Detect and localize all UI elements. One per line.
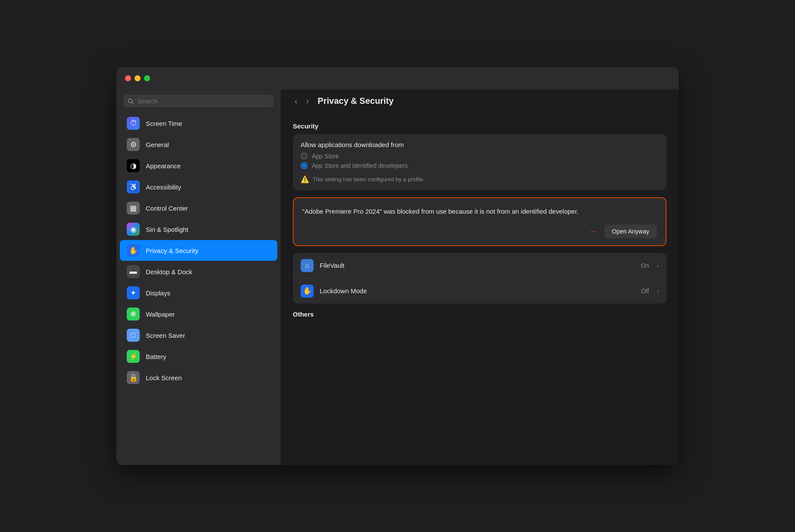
main-content-panel: ‹ › Privacy & Security Security Allow ap… [281,90,679,465]
siri-icon: ◉ [127,223,140,236]
radio-option-app-store[interactable]: App Store [301,153,659,160]
arrow-icon: → [589,226,597,236]
system-preferences-window: ⏱ Screen Time ⚙ General ◑ Appearance ♿ A… [116,67,679,465]
sidebar-items-container: ⏱ Screen Time ⚙ General ◑ Appearance ♿ A… [116,112,281,388]
screen-time-icon: ⏱ [127,117,140,130]
scrollable-content: Security Allow applications downloaded f… [281,112,679,465]
lockdown-chevron: › [657,288,659,295]
wallpaper-icon: ❋ [127,308,140,320]
filevault-value: On [641,262,649,269]
lockdown-row[interactable]: ✋ Lockdown Mode Off › [293,279,667,304]
radio-option-app-store-identified[interactable]: App Store and identified developers [301,162,659,169]
allow-label: Allow applications downloaded from [301,141,659,148]
screensaver-label: Screen Saver [146,332,185,339]
sidebar-item-privacy[interactable]: ✋ Privacy & Security [120,240,277,261]
warning-row: ⚠️ This setting has been configured by a… [301,172,659,183]
close-button[interactable] [125,75,131,81]
others-section: Others [293,311,667,318]
filevault-label: FileVault [320,262,635,269]
search-input[interactable] [137,97,269,105]
battery-icon: ⚡ [127,350,140,363]
appearance-label: Appearance [146,162,181,170]
sidebar-item-general[interactable]: ⚙ General [120,134,277,155]
maximize-button[interactable] [144,75,150,81]
control-center-icon: ▦ [127,202,140,215]
appearance-icon: ◑ [127,159,140,172]
security-features-card: ⌂ FileVault On › ✋ Lockdown Mode Off › [293,253,667,304]
traffic-lights [116,75,150,81]
desktop-label: Desktop & Dock [146,268,192,276]
sidebar-item-accessibility[interactable]: ♿ Accessibility [120,176,277,197]
filevault-row[interactable]: ⌂ FileVault On › [293,253,667,279]
privacy-icon: ✋ [127,244,140,257]
warning-text: This setting has been configured by a pr… [313,176,425,183]
accessibility-label: Accessibility [146,183,181,191]
privacy-label: Privacy & Security [146,247,199,254]
open-anyway-button[interactable]: Open Anyway [604,224,657,238]
lock-label: Lock Screen [146,374,182,381]
sidebar-item-desktop[interactable]: ▬ Desktop & Dock [120,261,277,282]
lockdown-label: Lockdown Mode [320,287,635,295]
screen-time-label: Screen Time [146,120,182,127]
displays-icon: ✦ [127,286,140,299]
warning-icon: ⚠️ [301,175,309,183]
sidebar-item-siri[interactable]: ◉ Siri & Spotlight [120,219,277,240]
titlebar [116,67,679,90]
wallpaper-label: Wallpaper [146,311,175,318]
search-container [116,95,281,112]
desktop-icon: ▬ [127,265,140,278]
general-label: General [146,141,169,148]
security-section: Security Allow applications downloaded f… [293,122,667,190]
page-title: Privacy & Security [317,96,394,106]
sidebar-item-screensaver[interactable]: □ Screen Saver [120,325,277,346]
minimize-button[interactable] [135,75,141,81]
app-store-radio-label: App Store [312,153,339,160]
sidebar-item-displays[interactable]: ✦ Displays [120,282,277,303]
allow-apps-content: Allow applications downloaded from App S… [293,134,667,190]
svg-line-1 [132,102,134,104]
battery-label: Battery [146,353,167,360]
content-area: ⏱ Screen Time ⚙ General ◑ Appearance ♿ A… [116,90,679,465]
app-store-identified-radio-label: App Store and identified developers [312,162,408,169]
lockdown-value: Off [641,288,649,295]
main-header: ‹ › Privacy & Security [281,90,679,112]
sidebar-item-lock[interactable]: 🔒 Lock Screen [120,367,277,388]
blocked-app-message: "Adobe Premiere Pro 2024" was blocked fr… [302,207,657,217]
siri-label: Siri & Spotlight [146,226,188,233]
filevault-icon: ⌂ [301,259,314,272]
screensaver-icon: □ [127,329,140,342]
accessibility-icon: ♿ [127,180,140,193]
sidebar-item-control-center[interactable]: ▦ Control Center [120,198,277,218]
general-icon: ⚙ [127,138,140,151]
sidebar-item-screen-time[interactable]: ⏱ Screen Time [120,113,277,134]
displays-label: Displays [146,289,170,297]
sidebar: ⏱ Screen Time ⚙ General ◑ Appearance ♿ A… [116,90,281,465]
radio-options: App Store App Store and identified devel… [301,153,659,169]
search-icon [128,98,134,104]
app-store-identified-radio [301,162,308,169]
search-box[interactable] [123,95,274,107]
sidebar-item-appearance[interactable]: ◑ Appearance [120,155,277,176]
open-anyway-row: → Open Anyway [302,224,657,238]
allow-apps-card: Allow applications downloaded from App S… [293,134,667,190]
app-store-radio [301,153,308,160]
filevault-chevron: › [657,262,659,269]
forward-button[interactable]: › [305,96,311,106]
others-section-title: Others [293,311,667,318]
back-button[interactable]: ‹ [293,96,299,106]
lockdown-icon: ✋ [301,285,314,298]
sidebar-item-wallpaper[interactable]: ❋ Wallpaper [120,304,277,324]
lock-icon: 🔒 [127,371,140,384]
control-center-label: Control Center [146,205,188,212]
security-section-title: Security [293,122,667,130]
sidebar-item-battery[interactable]: ⚡ Battery [120,346,277,367]
blocked-app-card: "Adobe Premiere Pro 2024" was blocked fr… [293,197,667,246]
